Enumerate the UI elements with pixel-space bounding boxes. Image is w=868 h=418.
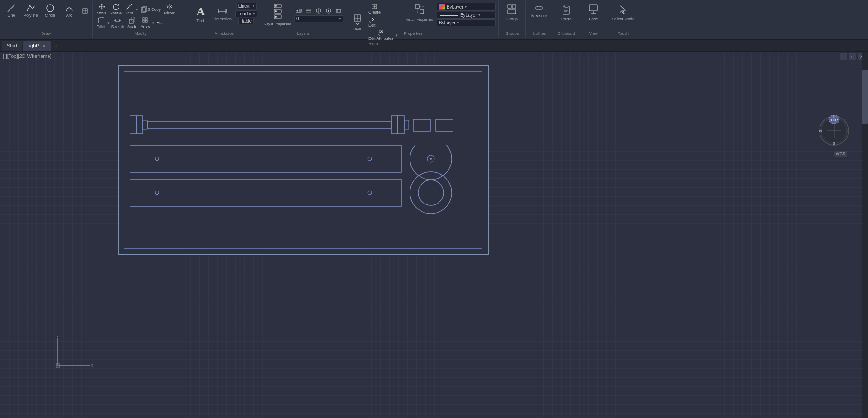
properties-label: Properties: [404, 31, 422, 37]
edit-block-button[interactable]: Edit: [367, 16, 377, 28]
compass-top: TOP: [830, 118, 838, 122]
layer-icon3-button[interactable]: [334, 7, 343, 14]
drawing-area: [118, 65, 489, 255]
array-button[interactable]: Array: [139, 16, 152, 29]
tab-add-button[interactable]: +: [52, 41, 61, 50]
measure-button[interactable]: Measure: [530, 3, 548, 19]
base-button[interactable]: Base: [585, 3, 602, 22]
tab-close-button[interactable]: ✕: [42, 43, 46, 48]
maximize-button[interactable]: □: [849, 53, 856, 60]
edit-block-label: Edit: [368, 23, 376, 28]
create-button[interactable]: Create: [367, 3, 382, 15]
svg-rect-12: [116, 19, 119, 22]
arc-button[interactable]: Arc: [61, 3, 78, 19]
dimension-icon: [217, 6, 227, 16]
linear-dropdown[interactable]: Linear ▾: [236, 3, 257, 10]
layers-label: Layers: [297, 31, 309, 37]
trim-label: Trim: [125, 11, 133, 15]
scrollbar-vertical[interactable]: [862, 52, 868, 418]
polyline-button[interactable]: Polyline: [22, 3, 40, 19]
compass-e: E: [847, 129, 849, 133]
stretch-label: Stretch: [111, 24, 124, 29]
svg-line-0: [8, 5, 15, 12]
paste-button[interactable]: Paste: [558, 3, 575, 22]
table-label: Table: [241, 19, 252, 24]
array-dropdown[interactable]: ▾: [152, 21, 154, 25]
compass-s: S: [833, 142, 835, 146]
svg-rect-97: [130, 179, 401, 206]
color-swatch: [439, 4, 445, 10]
tab-start[interactable]: Start: [2, 41, 22, 51]
svg-text:A: A: [196, 5, 205, 18]
select-mode-button[interactable]: Select Mode: [610, 3, 636, 22]
table-dropdown[interactable]: Table: [238, 18, 254, 24]
draw-section-label: Draw: [41, 31, 51, 37]
paste-label: Paste: [561, 17, 572, 21]
svg-point-104: [418, 180, 444, 205]
match-properties-button[interactable]: Match Properties: [404, 3, 434, 23]
move-icon: [98, 3, 105, 10]
polyline-icon: [26, 4, 35, 13]
bylayer1-dropdown[interactable]: ByLayer ▾: [437, 3, 496, 11]
svg-point-102: [430, 158, 432, 160]
dimension-button[interactable]: Dimension: [211, 5, 234, 22]
compass-w: W: [819, 129, 822, 133]
svg-text:X: X: [91, 363, 94, 368]
bylayer3-dropdown[interactable]: ByLayer ▾: [437, 19, 496, 26]
view-section: Base View: [580, 1, 607, 38]
svg-point-34: [296, 10, 298, 11]
linear-label: Linear: [238, 4, 251, 9]
create-icon: [371, 3, 377, 10]
layer-properties-button[interactable]: Layer Properties: [263, 3, 292, 26]
select-mode-icon: [618, 4, 628, 16]
fillet-button[interactable]: Fillet: [95, 16, 107, 29]
edit-attributes-button[interactable]: Edit Attributes: [367, 29, 395, 41]
rotate-icon: [112, 3, 119, 10]
view-label: View: [589, 31, 598, 37]
svg-rect-93: [436, 119, 453, 131]
scale-label: Scale: [127, 24, 138, 29]
layer-icon1-button[interactable]: [314, 7, 323, 14]
edit-attr-icon: [378, 29, 384, 36]
layer-icon1: [315, 8, 322, 14]
leader-dropdown[interactable]: Leader ▾: [235, 10, 257, 17]
insert-button[interactable]: Insert: [349, 12, 366, 32]
copy-label: 8 Copy: [148, 7, 161, 12]
measure-icon: [534, 3, 544, 13]
scrollbar-thumb[interactable]: [862, 70, 868, 124]
minimize-button[interactable]: –: [840, 53, 847, 60]
move-label: Move: [97, 11, 107, 15]
offset-button[interactable]: [155, 19, 165, 27]
svg-line-84: [58, 366, 67, 375]
scale-button[interactable]: Scale: [126, 16, 139, 29]
stretch-button[interactable]: Stretch: [110, 16, 126, 29]
make-current-button[interactable]: [294, 7, 303, 14]
line-button[interactable]: Line: [3, 3, 20, 19]
move-button[interactable]: Move: [95, 3, 108, 16]
svg-rect-17: [143, 18, 144, 19]
edit-attr-dropdown[interactable]: ▾: [396, 33, 398, 38]
group-button[interactable]: Group: [503, 3, 520, 22]
match-layer-button[interactable]: [304, 7, 313, 14]
fillet-dropdown[interactable]: ▾: [107, 21, 110, 25]
trim-icon: [125, 3, 133, 10]
mirror-button[interactable]: Mirror: [162, 3, 176, 16]
arc-icon: [65, 4, 74, 13]
text-button[interactable]: A Text: [192, 4, 209, 24]
layer-number-dropdown[interactable]: 0 ▾: [294, 15, 343, 22]
draw-more-button[interactable]: [81, 7, 90, 14]
layer-icon2-button[interactable]: [324, 7, 333, 14]
utilities-label: Utilities: [533, 31, 546, 37]
offset-icon: [156, 19, 163, 27]
svg-rect-45: [336, 10, 341, 12]
fillet-label: Fillet: [97, 24, 105, 29]
tab-light[interactable]: light* ✕: [23, 41, 50, 51]
bylayer2-dropdown[interactable]: ByLayer ▾: [437, 12, 496, 19]
trim-dropdown[interactable]: ▾: [135, 7, 139, 12]
mirror-icon: [166, 3, 173, 10]
copy-button[interactable]: 8 Copy: [139, 6, 162, 13]
rotate-button[interactable]: Rotate: [109, 3, 124, 16]
svg-rect-55: [415, 5, 419, 8]
circle-button[interactable]: Circle: [42, 3, 59, 19]
trim-button[interactable]: Trim: [124, 3, 134, 16]
